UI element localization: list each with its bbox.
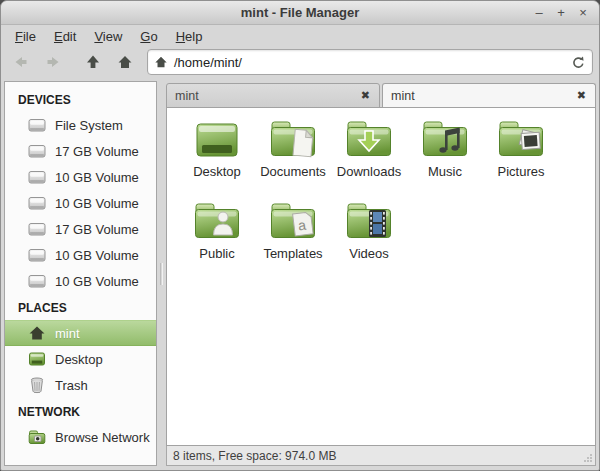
file-label: Documents — [260, 164, 326, 179]
sidebar-item-mint[interactable]: mint — [5, 320, 156, 346]
file-item-documents[interactable]: Documents — [255, 118, 331, 200]
tab-label: mint — [391, 89, 576, 103]
back-button[interactable] — [7, 49, 35, 75]
places-header: PLACES — [5, 294, 156, 320]
sidebar-item-label: Desktop — [55, 352, 103, 367]
resize-grip[interactable] — [583, 453, 593, 463]
sidebar-item-volume-5[interactable]: 10 GB Volume — [5, 242, 156, 268]
pane-splitter[interactable] — [157, 81, 166, 466]
videos-folder-icon — [345, 200, 393, 244]
menu-view[interactable]: View — [86, 27, 130, 46]
file-label: Downloads — [337, 164, 401, 179]
file-item-music[interactable]: Music — [407, 118, 483, 200]
desktop-icon — [28, 350, 46, 368]
sidebar-item-volume-2[interactable]: 10 GB Volume — [5, 164, 156, 190]
sidebar-item-file-system[interactable]: File System — [5, 112, 156, 138]
file-label: Desktop — [193, 164, 241, 179]
tab-close-icon[interactable]: ✖ — [360, 89, 371, 102]
file-item-downloads[interactable]: Downloads — [331, 118, 407, 200]
file-item-videos[interactable]: Videos — [331, 200, 407, 282]
home-button[interactable] — [111, 49, 139, 75]
devices-header: DEVICES — [5, 86, 156, 112]
status-text: 8 items, Free space: 974.0 MB — [173, 449, 336, 463]
sidebar-item-label: 10 GB Volume — [55, 274, 139, 289]
sidebar-item-label: 17 GB Volume — [55, 144, 139, 159]
file-item-pictures[interactable]: Pictures — [483, 118, 559, 200]
drive-icon — [28, 272, 46, 290]
sidebar-item-volume-6[interactable]: 10 GB Volume — [5, 268, 156, 294]
sidebar-item-label: Trash — [55, 378, 88, 393]
sidebar-item-trash[interactable]: Trash — [5, 372, 156, 398]
tab-close-icon[interactable]: ✖ — [576, 89, 587, 102]
window-body: DEVICES File System 17 GB Volume 10 GB V… — [1, 81, 599, 470]
sidebar-item-volume-4[interactable]: 17 GB Volume — [5, 216, 156, 242]
file-label: Music — [428, 164, 462, 179]
file-label: Templates — [263, 246, 322, 261]
file-icon-view[interactable]: Desktop Documents Downloads Music Pictur… — [166, 107, 596, 446]
templates-folder-icon — [269, 200, 317, 244]
menu-go[interactable]: Go — [132, 27, 165, 46]
music-folder-icon — [421, 118, 469, 162]
window-title: mint - File Manager — [1, 5, 599, 20]
sidebar-item-label: 10 GB Volume — [55, 248, 139, 263]
menu-file[interactable]: File — [7, 27, 44, 46]
path-input[interactable]: /home/mint/ — [174, 55, 571, 70]
sidebar-item-label: 10 GB Volume — [55, 170, 139, 185]
titlebar[interactable]: mint - File Manager – + × — [1, 1, 599, 25]
forward-icon — [45, 54, 61, 70]
status-bar: 8 items, Free space: 974.0 MB — [166, 446, 596, 466]
file-label: Pictures — [498, 164, 545, 179]
sidebar-item-label: 10 GB Volume — [55, 196, 139, 211]
close-button[interactable]: × — [575, 5, 591, 21]
path-home-icon — [154, 55, 168, 69]
network-folder-icon — [28, 428, 46, 446]
file-label: Public — [199, 246, 234, 261]
file-item-desktop[interactable]: Desktop — [179, 118, 255, 200]
up-icon — [85, 54, 101, 70]
sidebar-item-desktop[interactable]: Desktop — [5, 346, 156, 372]
home-icon — [117, 54, 133, 70]
sidebar-item-volume-1[interactable]: 17 GB Volume — [5, 138, 156, 164]
sidebar-item-label: mint — [55, 326, 80, 341]
drive-icon — [28, 194, 46, 212]
forward-button[interactable] — [39, 49, 67, 75]
drive-icon — [28, 142, 46, 160]
drive-icon — [28, 116, 46, 134]
sidebar-item-label: File System — [55, 118, 123, 133]
path-bar[interactable]: /home/mint/ — [147, 49, 593, 75]
documents-folder-icon — [269, 118, 317, 162]
sidebar-item-browse-network[interactable]: Browse Network — [5, 424, 156, 450]
public-folder-icon — [193, 200, 241, 244]
minimize-button[interactable]: – — [531, 5, 547, 21]
up-button[interactable] — [79, 49, 107, 75]
tab-mint-1[interactable]: mint ✖ — [166, 83, 380, 108]
sidebar: DEVICES File System 17 GB Volume 10 GB V… — [4, 81, 157, 466]
file-manager-window: mint - File Manager – + × File Edit View… — [0, 0, 600, 471]
file-item-public[interactable]: Public — [179, 200, 255, 282]
reload-icon[interactable] — [571, 55, 586, 70]
network-header: NETWORK — [5, 398, 156, 424]
tab-mint-2[interactable]: mint ✖ — [382, 83, 596, 108]
menu-edit[interactable]: Edit — [46, 27, 84, 46]
trash-icon — [28, 376, 46, 394]
sidebar-item-label: 17 GB Volume — [55, 222, 139, 237]
toolbar: /home/mint/ — [1, 47, 599, 81]
desktop-icon — [193, 118, 241, 162]
home-icon — [28, 324, 46, 342]
window-controls: – + × — [531, 5, 599, 21]
splitter-grip — [160, 263, 163, 285]
menubar: File Edit View Go Help — [1, 25, 599, 47]
maximize-button[interactable]: + — [553, 5, 569, 21]
file-item-templates[interactable]: Templates — [255, 200, 331, 282]
main-pane: mint ✖ mint ✖ Desktop Documents — [166, 81, 596, 466]
sidebar-item-label: Browse Network — [55, 430, 150, 445]
tab-label: mint — [175, 89, 360, 103]
sidebar-item-volume-3[interactable]: 10 GB Volume — [5, 190, 156, 216]
menu-help[interactable]: Help — [168, 27, 211, 46]
downloads-folder-icon — [345, 118, 393, 162]
tab-bar: mint ✖ mint ✖ — [166, 81, 596, 108]
pictures-folder-icon — [497, 118, 545, 162]
drive-icon — [28, 220, 46, 238]
file-label: Videos — [349, 246, 389, 261]
drive-icon — [28, 168, 46, 186]
